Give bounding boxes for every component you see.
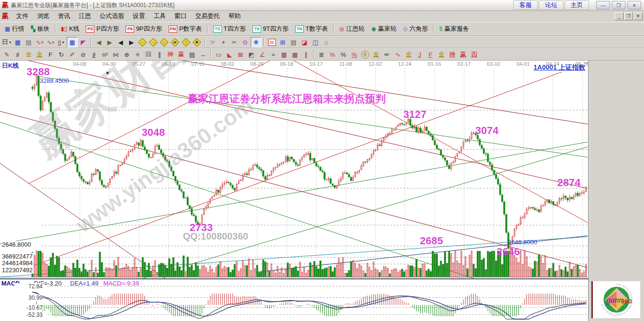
menu-item-tools[interactable]: 工具 [149, 11, 170, 21]
tool-gold-section-2[interactable]: 金 [34, 49, 45, 60]
tool-mirror-tool[interactable]: ⋈ [110, 49, 121, 60]
menu-item-window[interactable]: 窗口 [170, 11, 191, 21]
toolbar-button-9p-square[interactable]: P99P四方形 [122, 23, 165, 35]
menu-item-formula-stock-pick[interactable]: 公式选股 [95, 11, 128, 21]
tool-gann-compass[interactable]: ⊕ [121, 49, 132, 60]
tool-percent-lines[interactable]: % [349, 49, 360, 60]
tool-price-scale[interactable]: ≣ [316, 49, 327, 60]
tool-cycle-gauge[interactable]: ⊘ [78, 49, 89, 60]
menu-item-help[interactable]: 帮助 [224, 11, 245, 21]
title-link-service[interactable]: 客服 [513, 0, 538, 10]
tool-star-wheel[interactable]: ✳ [132, 49, 143, 60]
menu-item-gann[interactable]: 江恩 [74, 11, 95, 21]
window-restore-button[interactable]: ❐ [612, 1, 626, 9]
tool-crosshair-tool[interactable]: ＋ [218, 37, 229, 47]
tool-period-daily[interactable]: 日▼ [1, 37, 12, 47]
toolbar-button-t-square[interactable]: TST四方形 [210, 23, 249, 35]
tool-percent-triangle[interactable]: % [327, 49, 338, 60]
menu-item-news[interactable]: 资讯 [54, 11, 74, 21]
tool-expand-all[interactable]: ✚ [191, 37, 202, 47]
menu-item-settings[interactable]: 设置 [128, 11, 149, 21]
child-window-close-button[interactable]: ✕ [634, 12, 643, 20]
tool-pan-right[interactable]: → [148, 37, 159, 47]
toolbar-button-hexagon[interactable]: ◇六角形 [400, 23, 431, 35]
tool-shen-angle[interactable]: 神 [447, 49, 458, 60]
tool-square-spiral[interactable]: 回 [143, 49, 154, 60]
tool-k-mark[interactable]: ∥ [154, 49, 165, 60]
tool-ai-analysis[interactable]: ❋ [251, 37, 262, 47]
menu-item-file[interactable]: 文件 [12, 11, 33, 21]
tool-spiral[interactable]: ↻ [56, 49, 67, 60]
tool-pen-measure[interactable]: ✐ [67, 49, 78, 60]
tool-candle-style[interactable]: ▯▼ [56, 37, 67, 47]
tool-gold-circle[interactable]: 金 [360, 49, 371, 60]
tool-gold-section[interactable]: 金 [23, 49, 34, 60]
tool-grid-large[interactable]: ▩ [290, 49, 300, 60]
tool-zoom-horizontal[interactable]: ↔ [159, 37, 170, 47]
tool-pan-left[interactable]: ← [137, 37, 148, 47]
toolbar-button-quotes[interactable]: ▦行情 [1, 23, 27, 35]
tool-box-diagonal[interactable]: ⊠ [235, 49, 246, 60]
menu-item-trade-entrust[interactable]: 交易委托 [191, 11, 224, 21]
tool-mark-tool[interactable]: ✿ [240, 37, 251, 47]
tool-calendar[interactable]: 21 [266, 37, 277, 47]
tool-angle-line[interactable]: ∠ [257, 49, 268, 60]
tool-price-ruler[interactable]: ▤ [187, 49, 198, 60]
toolbar-button-sectors[interactable]: ▚板块 [27, 23, 53, 35]
tool-compress-horizontal[interactable]: ⇄ [170, 37, 181, 47]
tool-gold-angle[interactable]: 金 [436, 49, 447, 60]
tool-j-angle[interactable]: J [414, 49, 425, 60]
toolbar-button-winner-service[interactable]: $赢家服务 [436, 23, 472, 35]
tool-zoom-vertical[interactable]: ↕ [181, 37, 191, 47]
toolbar-button-t-number-table[interactable]: TNT数字表 [292, 23, 331, 35]
window-close-button[interactable]: ✕ [627, 1, 641, 9]
tool-mini-chart-9[interactable]: ∿9 [45, 37, 56, 47]
tool-step-back[interactable]: ◀ [115, 37, 126, 47]
tool-si-angle[interactable]: 四 [469, 49, 480, 60]
tool-board-window[interactable]: ▦ [12, 37, 23, 47]
tool-gann-box-draw[interactable]: ▭ [213, 49, 224, 60]
tool-note-panel[interactable]: ▤ [23, 37, 34, 47]
toolbar-button-kline[interactable]: ▮▯K线 [58, 23, 83, 35]
tool-mini-chart-3[interactable]: ∿3 [34, 37, 45, 47]
tool-gann-ruler[interactable]: ♯ [12, 49, 23, 60]
tool-wave-tool[interactable]: ∿ [392, 49, 403, 60]
tool-width-measure[interactable]: ↔ [198, 49, 209, 60]
tool-calculator[interactable]: ⊞ [277, 37, 288, 47]
tool-data-export[interactable]: ⌂ [321, 37, 332, 47]
tool-zigzag-wave[interactable]: ≈ [268, 49, 279, 60]
title-link-home[interactable]: 主页 [564, 0, 589, 10]
toolbar-button-p-number-table[interactable]: PNP数字表 [165, 23, 205, 35]
tool-color-volume[interactable]: ◤ [78, 37, 89, 47]
tool-gold-band[interactable]: 金 [403, 49, 414, 60]
menu-item-browse[interactable]: 浏览 [33, 11, 54, 21]
tool-ying-tool[interactable]: 赢 [176, 49, 187, 60]
tool-step-forward[interactable]: ▶ [126, 37, 137, 47]
tool-f-angle[interactable]: F [425, 49, 436, 60]
tool-box-fan[interactable]: ◩ [246, 49, 257, 60]
tool-gold-lines[interactable]: 金 [371, 49, 381, 60]
tool-ying-angle[interactable]: 赢 [458, 49, 469, 60]
toolbar-button-gann-wheel[interactable]: ◎江恩轮 [336, 23, 368, 35]
tool-fibo-f[interactable]: F [45, 49, 56, 60]
toolbar-button-9t-square[interactable]: T99T四方形 [249, 23, 292, 35]
child-window-restore-button[interactable]: ❐ [624, 12, 633, 20]
tool-report[interactable]: ▤ [288, 37, 299, 47]
tool-save-layout[interactable]: ◫ [310, 37, 321, 47]
tool-percent[interactable]: % [338, 49, 349, 60]
tool-grid-small[interactable]: ▦ [279, 49, 290, 60]
tool-save-data[interactable]: ◪ [299, 37, 310, 47]
tool-time-ruler[interactable]: ♯ [89, 49, 100, 60]
tool-draw-pen[interactable]: ✎ [1, 49, 12, 60]
title-link-forum[interactable]: 论坛 [539, 0, 563, 10]
tool-parallel-lines[interactable]: ∥ [300, 49, 311, 60]
tool-gann-fan[interactable]: ◣ [224, 49, 235, 60]
tool-shen-tool[interactable]: 神 [165, 49, 176, 60]
tool-gann-box-window[interactable]: ▦ [67, 37, 78, 47]
tool-jump-last[interactable]: ▶ [104, 37, 115, 47]
tool-measure-tool[interactable]: ✂ [229, 37, 240, 47]
tool-jump-first[interactable]: ◀ [93, 37, 104, 47]
tool-hand-tool[interactable]: ☞ [207, 37, 218, 47]
toolbar-button-winner-wheel[interactable]: ◉赢家轮 [368, 23, 399, 35]
child-window-minimize-button[interactable]: _ [615, 12, 624, 20]
